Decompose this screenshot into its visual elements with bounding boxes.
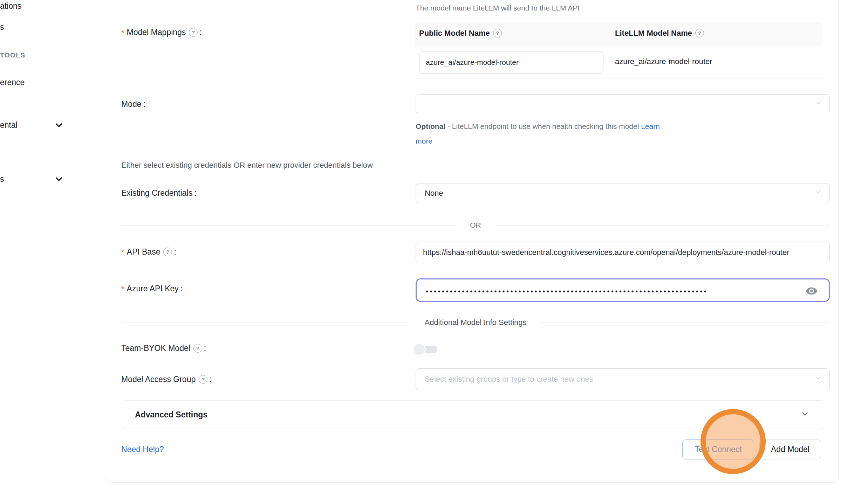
sidebar-item-label: s (0, 22, 4, 32)
divider-line (121, 323, 409, 323)
credentials-note: Either select existing credentials OR en… (121, 161, 373, 170)
azure-api-key-input[interactable]: ••••••••••••••••••••••••••••••••••••••••… (416, 278, 830, 302)
team-byok-toggle[interactable] (414, 344, 438, 355)
help-icon[interactable]: ? (695, 29, 704, 37)
label-colon: : (143, 99, 145, 109)
additional-info-divider-label: Additional Model Info Settings (424, 318, 526, 327)
or-divider: OR (121, 221, 830, 230)
optional-emphasis: Optional (416, 122, 445, 130)
additional-info-divider: Additional Model Info Settings (121, 318, 830, 327)
sidebar-item-ations[interactable]: ations (0, 0, 21, 12)
required-marker: * (121, 285, 124, 294)
advanced-settings-label: Advanced Settings (135, 410, 800, 420)
existing-credentials-value: None (425, 189, 443, 198)
eye-icon[interactable] (805, 284, 818, 299)
column-header-public-model-name: Public Model Name ? (415, 29, 615, 38)
sidebar-section-label: TOOLS (0, 51, 26, 59)
model-mappings-label: * Model Mappings ? : (121, 27, 202, 38)
label-colon: : (204, 344, 206, 353)
divider-line (121, 225, 454, 226)
required-marker: * (121, 248, 124, 257)
help-icon[interactable]: ? (193, 344, 202, 353)
mode-help-text: Optional - LiteLLM endpoint to use when … (416, 122, 660, 131)
sidebar-item-label: erence (0, 78, 25, 87)
api-base-label: * API Base ? : (121, 246, 176, 257)
learn-more-link[interactable]: more (416, 137, 432, 145)
chevron-down-icon (814, 99, 822, 109)
mode-label: Mode : (121, 98, 145, 110)
or-divider-label: OR (470, 221, 481, 229)
need-help-link[interactable]: Need Help? (121, 445, 164, 454)
chevron-down-icon (814, 188, 822, 198)
masked-password-value: ••••••••••••••••••••••••••••••••••••••••… (426, 288, 829, 295)
divider-line (497, 225, 830, 226)
test-connect-button[interactable]: Test Connect (682, 439, 754, 459)
existing-credentials-select[interactable]: None (416, 183, 830, 203)
public-model-name-input[interactable] (419, 51, 603, 74)
chevron-down-icon (814, 374, 822, 384)
api-base-input[interactable] (416, 242, 830, 263)
advanced-settings-toggle[interactable]: Advanced Settings (122, 400, 825, 429)
label-text: Mode (121, 99, 142, 109)
label-text: Team-BYOK Model (121, 344, 190, 353)
add-model-form: The model name LiteLLM will send to the … (0, 0, 868, 485)
label-text: API Base (127, 247, 160, 257)
label-colon: : (199, 28, 201, 37)
help-icon[interactable]: ? (189, 28, 198, 37)
label-colon: : (174, 247, 176, 257)
required-marker: * (121, 28, 124, 37)
sidebar-item-label: s (0, 174, 4, 184)
sidebar-section-tools: TOOLS (0, 51, 26, 60)
label-text: Existing Credentials (121, 188, 192, 198)
sidebar-item-s1[interactable]: s (0, 21, 4, 33)
litellm-model-name-value: azure_ai/azure-model-router (615, 45, 712, 78)
sidebar-item-ental[interactable]: ental (0, 119, 18, 131)
model-access-group-placeholder: Select existing groups or type to create… (425, 375, 593, 384)
mode-select[interactable] (416, 94, 830, 114)
learn-more-link[interactable]: Learn (641, 122, 660, 130)
label-colon: : (194, 188, 196, 198)
chevron-down-icon (800, 409, 809, 420)
azure-api-key-label: * Azure API Key : (121, 283, 183, 294)
add-model-button[interactable]: Add Model (759, 439, 821, 459)
model-mappings-table-header: Public Model Name ? LiteLLM Model Name ? (415, 22, 822, 45)
column-header-label: LiteLLM Model Name (615, 29, 692, 38)
help-icon[interactable]: ? (163, 248, 172, 256)
label-text: Model Access Group (121, 375, 196, 384)
help-icon[interactable]: ? (199, 375, 207, 384)
label-text: Model Mappings (127, 28, 186, 37)
label-colon: : (180, 284, 183, 293)
chevron-down-icon[interactable] (54, 120, 64, 130)
help-icon[interactable]: ? (493, 29, 502, 37)
label-text: Azure API Key (127, 284, 179, 293)
model-access-group-label: Model Access Group ? : (121, 374, 212, 385)
column-header-label: Public Model Name (419, 29, 490, 38)
sidebar-item-erence[interactable]: erence (0, 77, 25, 88)
sidebar-item-label: ental (0, 120, 18, 130)
model-name-hint: The model name LiteLLM will send to the … (416, 4, 580, 12)
existing-credentials-label: Existing Credentials : (121, 187, 197, 199)
model-mappings-table-row: azure_ai/azure-model-router (415, 45, 822, 78)
label-colon: : (209, 375, 211, 384)
sidebar-item-label: ations (0, 1, 21, 11)
toggle-thumb (414, 344, 425, 355)
mode-help-text-line2: more (416, 137, 432, 145)
divider-line (542, 323, 830, 323)
column-header-litellm-model-name: LiteLLM Model Name ? (615, 29, 704, 38)
model-access-group-select[interactable]: Select existing groups or type to create… (416, 368, 830, 390)
sidebar-item-s2[interactable]: s (0, 173, 4, 185)
mode-help-rest: - LiteLLM endpoint to use when health ch… (445, 122, 641, 130)
chevron-down-icon[interactable] (54, 174, 64, 184)
team-byok-label: Team-BYOK Model ? : (121, 342, 206, 354)
sidebar: ations s TOOLS erence ental s (0, 0, 104, 485)
